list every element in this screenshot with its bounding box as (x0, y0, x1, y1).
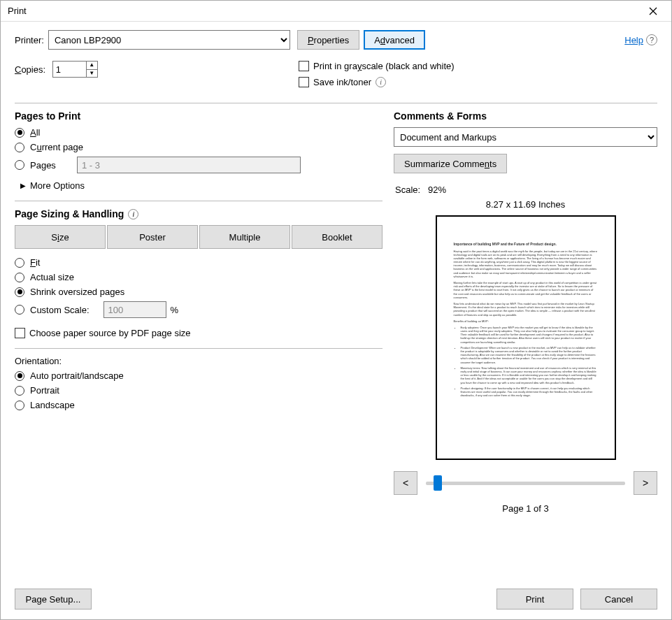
pages-range-input[interactable] (77, 157, 301, 173)
custom-scale-radio[interactable] (15, 305, 24, 315)
next-page-button[interactable]: > (634, 471, 657, 495)
printer-label: Printer: (15, 35, 44, 45)
pages-all-radio[interactable] (15, 128, 24, 138)
shrink-label: Shrink oversized pages (30, 287, 124, 297)
booklet-button[interactable]: Booklet (292, 225, 383, 249)
actual-radio[interactable] (15, 273, 24, 282)
grayscale-label: Print in grayscale (black and white) (313, 61, 455, 71)
copies-down-icon[interactable]: ▼ (87, 70, 97, 78)
window-title: Print (8, 6, 639, 16)
pages-all-label: All (30, 127, 40, 138)
sizing-heading: Page Sizing & Handling (15, 208, 124, 219)
more-options-toggle[interactable]: ▶ More Options (20, 180, 383, 191)
copies-spinner[interactable]: ▲ ▼ (52, 61, 98, 78)
pages-range-radio[interactable] (15, 160, 24, 170)
cancel-button[interactable]: Cancel (580, 589, 657, 610)
printer-select[interactable]: Canon LBP2900 (48, 30, 290, 50)
fit-radio[interactable] (15, 258, 24, 268)
close-button[interactable] (639, 3, 667, 20)
summarize-comments-button[interactable]: Summarize Comments (394, 154, 507, 173)
info-icon[interactable]: i (128, 209, 138, 219)
pages-heading: Pages to Print (15, 110, 383, 122)
choose-source-checkbox[interactable] (15, 328, 25, 338)
help-link[interactable]: Help (624, 35, 643, 45)
save-ink-label: Save ink/toner (313, 77, 371, 87)
poster-button[interactable]: Poster (107, 225, 198, 249)
properties-button[interactable]: Properties (297, 30, 359, 50)
slider-thumb[interactable] (434, 475, 442, 491)
copies-up-icon[interactable]: ▲ (87, 62, 97, 70)
triangle-right-icon: ▶ (20, 182, 26, 189)
info-icon[interactable]: i (376, 77, 386, 87)
print-button[interactable]: Print (496, 589, 573, 610)
comments-select[interactable]: Document and Markups (394, 127, 657, 147)
custom-scale-label: Custom Scale: (30, 305, 90, 315)
page-slider[interactable] (426, 482, 625, 485)
fit-label: Fit (30, 257, 40, 268)
custom-scale-unit: % (171, 305, 179, 315)
scale-value: 92% (428, 185, 446, 195)
orientation-portrait-radio[interactable] (15, 386, 24, 396)
grayscale-checkbox[interactable] (299, 61, 309, 71)
copies-label: Copies: (15, 64, 45, 75)
pages-current-label: Current page (30, 142, 83, 152)
scale-label: Scale: (395, 185, 420, 195)
actual-label: Actual size (30, 272, 74, 282)
page-preview: Importance of building MVP and the Futur… (436, 215, 616, 460)
comments-heading: Comments & Forms (394, 110, 657, 122)
advanced-button[interactable]: Advanced (364, 30, 425, 50)
shrink-radio[interactable] (15, 287, 24, 297)
orientation-portrait-label: Portrait (30, 385, 59, 396)
orientation-auto-radio[interactable] (15, 371, 24, 381)
choose-source-label: Choose paper source by PDF page size (29, 328, 191, 338)
pages-range-label: Pages (30, 160, 56, 171)
orientation-auto-label: Auto portrait/landscape (30, 370, 124, 381)
page-dimensions: 8.27 x 11.69 Inches (394, 199, 657, 210)
orientation-landscape-radio[interactable] (15, 401, 24, 410)
prev-page-button[interactable]: < (394, 471, 417, 495)
help-icon[interactable]: ? (646, 34, 657, 45)
orientation-landscape-label: Landscape (30, 400, 75, 410)
page-indicator: Page 1 of 3 (394, 503, 657, 514)
orientation-heading: Orientation: (15, 356, 383, 366)
size-button[interactable]: Size (15, 225, 106, 249)
copies-input[interactable] (53, 62, 87, 77)
custom-scale-input[interactable] (103, 301, 166, 318)
multiple-button[interactable]: Multiple (199, 225, 290, 249)
page-setup-button[interactable]: Page Setup... (15, 589, 92, 610)
save-ink-checkbox[interactable] (299, 77, 309, 87)
pages-current-radio[interactable] (15, 143, 24, 152)
